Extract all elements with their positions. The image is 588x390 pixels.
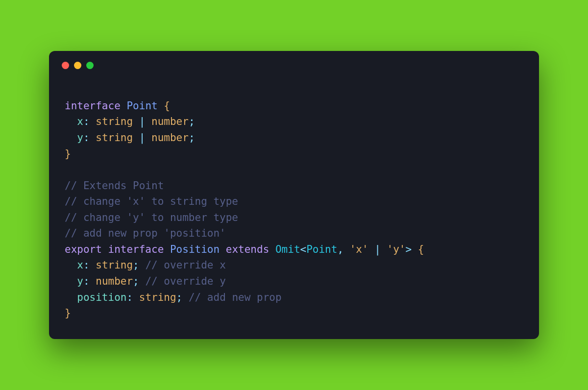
semicolon: ; — [189, 132, 195, 144]
comment: // change 'y' to number type — [65, 212, 238, 223]
type-point: Point — [126, 100, 157, 112]
type-string: string — [96, 132, 133, 144]
code-line: } — [65, 307, 71, 319]
type-number: number — [151, 116, 189, 127]
keyword-interface: interface — [108, 244, 164, 255]
indent — [65, 292, 77, 303]
prop-x: x — [77, 116, 83, 127]
comment: // Extends Point — [65, 180, 164, 192]
type-number: number — [151, 132, 189, 144]
keyword-interface: interface — [65, 100, 121, 112]
type-string: string — [139, 292, 176, 303]
keyword-extends: extends — [226, 244, 270, 255]
colon: : — [83, 132, 96, 144]
keyword-export: export — [65, 244, 102, 255]
angle-close: > — [406, 244, 412, 255]
semicolon: ; — [133, 275, 139, 287]
code-line: // add new prop 'position' — [65, 227, 226, 239]
comment: // override x — [145, 259, 225, 271]
brace-close: } — [65, 148, 71, 160]
type-string: string — [96, 259, 133, 271]
minimize-icon[interactable] — [74, 62, 81, 69]
semicolon: ; — [133, 259, 139, 271]
code-line: // change 'x' to string type — [65, 195, 238, 207]
code-line: // Extends Point — [65, 180, 164, 192]
code-line: y: string | number; — [65, 132, 195, 144]
code-line: x: string; // override x — [65, 259, 226, 271]
code-line: position: string; // add new prop — [65, 292, 282, 303]
space — [139, 275, 146, 287]
space — [139, 259, 146, 271]
prop-position: position — [77, 292, 126, 303]
util-omit: Omit — [275, 244, 300, 255]
comma: , — [337, 244, 349, 255]
brace-open: { — [164, 100, 170, 112]
type-ref-point: Point — [306, 244, 337, 255]
semicolon: ; — [189, 116, 195, 127]
colon: : — [83, 116, 96, 127]
space — [182, 292, 189, 303]
union: | — [133, 116, 151, 127]
colon: : — [83, 259, 96, 271]
close-icon[interactable] — [62, 62, 69, 69]
code-line: x: string | number; — [65, 116, 195, 127]
angle-open: < — [300, 244, 307, 255]
code-line: y: number; // override y — [65, 275, 226, 287]
code-line: export interface Position extends Omit<P… — [65, 244, 424, 255]
code-block: interface Point { x: string | number; y:… — [49, 69, 539, 321]
comment: // change 'x' to string type — [65, 195, 238, 207]
code-window: interface Point { x: string | number; y:… — [49, 51, 539, 339]
comment: // add new prop — [189, 292, 282, 303]
code-line: } — [65, 148, 71, 160]
maximize-icon[interactable] — [86, 62, 94, 69]
string-y: 'y' — [387, 244, 406, 255]
type-number: number — [96, 275, 133, 287]
comment: // add new prop 'position' — [65, 227, 226, 239]
union: | — [368, 244, 387, 255]
indent — [65, 259, 77, 271]
semicolon: ; — [176, 292, 183, 303]
prop-y: y — [77, 132, 83, 144]
window-titlebar — [49, 51, 539, 69]
indent — [65, 132, 77, 144]
brace-close: } — [65, 307, 71, 319]
indent — [65, 116, 77, 127]
comment: // override y — [145, 275, 225, 287]
brace-open: { — [412, 244, 424, 255]
code-line: // change 'y' to number type — [65, 212, 238, 223]
stage: interface Point { x: string | number; y:… — [0, 0, 588, 390]
prop-y: y — [77, 275, 83, 287]
union: | — [133, 132, 151, 144]
indent — [65, 275, 77, 287]
type-string: string — [96, 116, 133, 127]
string-x: 'x' — [350, 244, 368, 255]
code-line: interface Point { — [65, 100, 170, 112]
colon: : — [126, 292, 139, 303]
colon: : — [83, 275, 96, 287]
prop-x: x — [77, 259, 83, 271]
type-position: Position — [170, 244, 220, 255]
